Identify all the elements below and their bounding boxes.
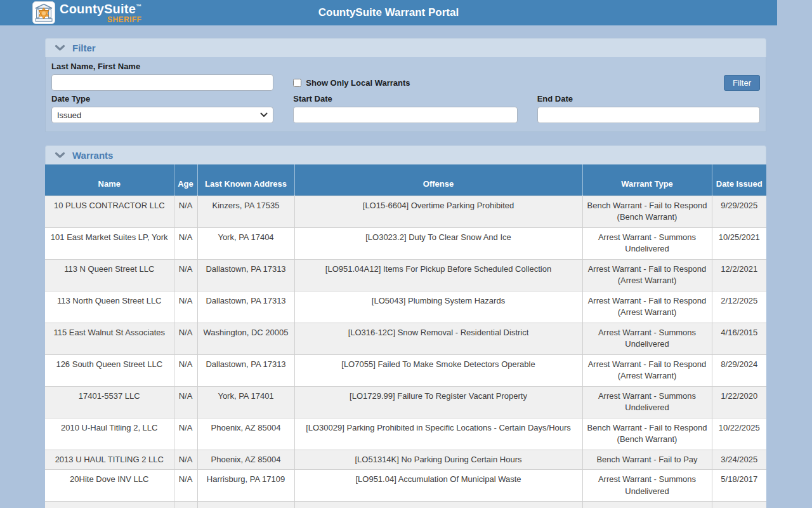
table-row: 226 Park Place Llc, York N/A York, PA 17… [45,502,766,508]
cell-date-issued: 5/18/2017 [712,470,766,502]
date-type-select[interactable]: Issued [51,107,273,123]
warrants-table-body: 10 PLUS CONTRACTOR LLC N/A Kinzers, PA 1… [45,196,766,508]
filter-button[interactable]: Filter [724,75,760,91]
cell-offense: [LO1729.99] Failure To Register Vacant P… [294,386,582,418]
filter-section-title: Filter [72,43,96,53]
cell-age: N/A [174,386,197,418]
cell-name: 115 East Walnut St Associates [45,323,174,354]
filter-section-header[interactable]: Filter [45,38,766,57]
table-row: 113 N Queen Street LLC N/A Dallastown, P… [45,259,766,291]
end-date-input[interactable] [537,107,760,123]
cell-date-issued: 1/22/2020 [712,386,766,418]
logo-subtitle: SHERIFF [60,16,141,23]
cell-address: York, PA 17404 [197,227,294,259]
cell-warrant-type: Arrest Warrant - Fail to Respond (Arrest… [582,354,712,386]
cell-warrant-type: Arrest Warrant - Fail to Respond (Arrest… [582,291,712,323]
cell-warrant-type: Arrest Warrant - Summons Undelivered [582,470,712,502]
cell-offense: [LO7055] Failed To Make Smoke Detectors … [294,354,582,386]
table-row: 101 East Market Suites LP, York N/A York… [45,227,766,259]
cell-warrant-type: Bench Warrant - Fail to Respond (Bench W… [582,196,712,227]
column-header-last-known-address[interactable]: Last Known Address [197,164,294,196]
date-type-label: Date Type [51,94,273,105]
table-row: 126 South Queen Street LLC N/A Dallastow… [45,354,766,386]
cell-warrant-type: Arrest Warrant - Summons Undelivered [582,502,712,508]
warrants-section-title: Warrants [72,150,113,161]
cell-offense: [LO951.04A12] Items For Pickup Before Sc… [294,259,582,291]
cell-name: 101 East Market Suites LP, York [45,227,174,259]
show-only-local-checkbox[interactable] [293,79,301,87]
cell-date-issued: 9/29/2025 [712,196,766,227]
table-row: 2010 U-Haul Titling 2, LLC N/A Phoenix, … [45,418,766,450]
cell-offense: [LO5043] Plumbing System Hazards [294,291,582,323]
start-date-label: Start Date [293,94,517,105]
countysuite-logo: CountySuite™ SHERIFF [32,1,141,24]
cell-name: 2010 U-Haul Titling 2, LLC [45,418,174,450]
cell-age: N/A [174,450,197,470]
cell-offense: [LO316-12C] Snow Removal - Residential D… [294,323,582,354]
sheriff-badge-icon [32,1,55,24]
last-name-input[interactable] [51,74,273,91]
start-date-input[interactable] [293,107,517,123]
end-date-label: End Date [537,94,760,105]
cell-address: York, PA 17401 [197,386,294,418]
cell-age: N/A [174,196,197,227]
cell-age: N/A [174,354,197,386]
cell-name: 113 North Queen Street LLC [45,291,174,323]
table-row: 10 PLUS CONTRACTOR LLC N/A Kinzers, PA 1… [45,196,766,227]
cell-date-issued: 6/10/2008 [712,502,766,508]
cell-address: Washington, DC 20005 [197,323,294,354]
last-name-label: Last Name, First Name [51,62,273,72]
column-header-name[interactable]: Name [45,164,174,196]
cell-name: 20Hite Dove INV LLC [45,470,174,502]
warrants-table: Name Age Last Known Address Offense Warr… [45,164,766,508]
cell-name: 2013 U HAUL TITLING 2 LLC [45,450,174,470]
cell-address: Kinzers, PA 17535 [197,196,294,227]
cell-warrant-type: Arrest Warrant - Summons Undelivered [582,227,712,259]
cell-date-issued: 4/16/2015 [712,323,766,354]
warrants-panel: Warrants Name Age Last Known Address Off… [45,145,766,508]
cell-address: Phoenix, AZ 85004 [197,450,294,470]
cell-date-issued: 2/12/2025 [712,291,766,323]
chevron-down-icon [55,152,65,159]
app-header: CountySuite™ SHERIFF CountySuite Warrant… [0,0,777,25]
filter-body: Last Name, First Name Show Only Local Wa… [45,57,766,132]
cell-date-issued: 10/25/2021 [712,227,766,259]
column-header-offense[interactable]: Offense [294,164,582,196]
column-header-warrant-type[interactable]: Warrant Type [582,164,712,196]
table-row: 113 North Queen Street LLC N/A Dallastow… [45,291,766,323]
cell-address: Dallastown, PA 17313 [197,259,294,291]
cell-address: Dallastown, PA 17313 [197,354,294,386]
cell-name: 226 Park Place Llc, York [45,502,174,508]
cell-offense: [LO3023.2] Duty To Clear Snow And Ice [294,227,582,259]
trademark-symbol: ™ [136,3,141,10]
cell-offense: [LO951.04] Accumulation Of Municipal Was… [294,470,582,502]
cell-name: 17401-5537 LLC [45,386,174,418]
cell-offense: [LO51314K] No Parking During Certain Hou… [294,450,582,470]
cell-warrant-type: Bench Warrant - Fail to Respond (Bench W… [582,418,712,450]
column-header-date-issued[interactable]: Date Issued [712,164,766,196]
cell-age: N/A [174,418,197,450]
table-row: 2013 U HAUL TITLING 2 LLC N/A Phoenix, A… [45,450,766,470]
cell-date-issued: 10/22/2025 [712,418,766,450]
cell-age: N/A [174,291,197,323]
cell-age: N/A [174,470,197,502]
cell-address: Phoenix, AZ 85004 [197,418,294,450]
cell-date-issued: 12/2/2021 [712,259,766,291]
cell-warrant-type: Arrest Warrant - Fail to Respond (Arrest… [582,259,712,291]
table-row: 115 East Walnut St Associates N/A Washin… [45,323,766,354]
cell-warrant-type: Bench Warrant - Fail to Pay [582,450,712,470]
table-header-row: Name Age Last Known Address Offense Warr… [45,164,766,196]
cell-address: Harrisburg, PA 17109 [197,470,294,502]
cell-name: 113 N Queen Street LLC [45,259,174,291]
cell-offense: [LO30029] Parking Prohibited in Specific… [294,418,582,450]
cell-address: Dallastown, PA 17313 [197,291,294,323]
cell-offense: [LO15-6604] Overtime Parking Prohibited [294,196,582,227]
warrants-section-header[interactable]: Warrants [45,145,766,164]
cell-age: N/A [174,502,197,508]
cell-age: N/A [174,259,197,291]
cell-age: N/A [174,323,197,354]
cell-warrant-type: Arrest Warrant - Summons Undelivered [582,386,712,418]
column-header-age[interactable]: Age [174,164,197,196]
cell-name: 126 South Queen Street LLC [45,354,174,386]
filter-panel: Filter Last Name, First Name Show Only L… [45,38,766,132]
